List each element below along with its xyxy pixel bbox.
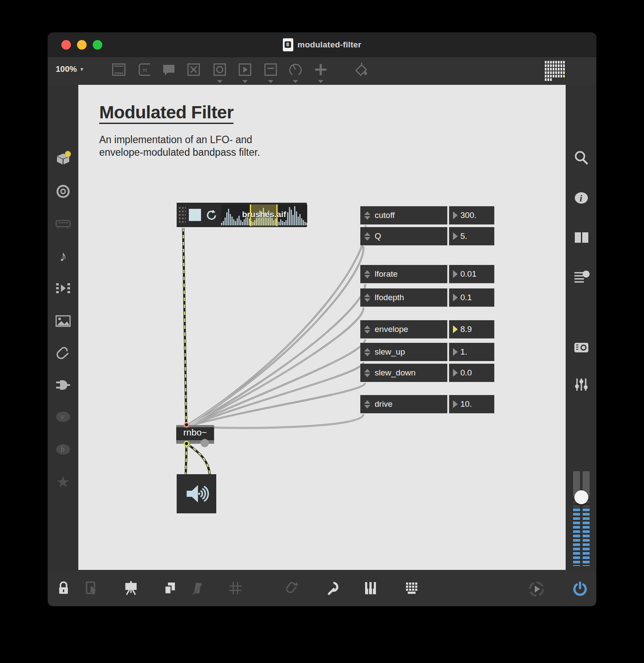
attrui-row[interactable]: slew_down 0.0 xyxy=(360,364,494,382)
chevron-down-icon[interactable] xyxy=(217,80,222,83)
keyboard-icon[interactable] xyxy=(404,580,419,596)
presentation-mode-icon[interactable] xyxy=(123,580,139,596)
attrui-value-box[interactable]: 1. xyxy=(449,343,494,361)
rings-icon[interactable] xyxy=(54,183,72,200)
message-box-icon[interactable]: m xyxy=(137,62,153,77)
add-object-icon[interactable] xyxy=(313,62,329,77)
stepper-arrows-icon[interactable] xyxy=(364,369,370,377)
hardware-icon[interactable] xyxy=(54,215,72,233)
attrui-row[interactable]: drive 10. xyxy=(360,395,494,413)
bottom-toolbar xyxy=(48,570,596,606)
rnbo-object[interactable]: rnbo~ xyxy=(176,425,214,444)
patcher-canvas[interactable]: Modulated Filter An implementation of an… xyxy=(78,85,566,570)
playbar-icon[interactable] xyxy=(237,62,253,77)
image-icon[interactable] xyxy=(54,312,72,330)
music-note-icon[interactable]: ♪ xyxy=(54,247,72,265)
attach-plus-icon[interactable] xyxy=(284,580,300,596)
attrui-label-box[interactable]: slew_up xyxy=(360,343,447,361)
dial-icon[interactable] xyxy=(288,62,303,77)
snapshot-camera-icon[interactable] xyxy=(573,339,590,356)
rnbo-outlet-port[interactable] xyxy=(184,441,189,446)
attrui-label-box[interactable]: drive xyxy=(360,395,447,413)
stepper-arrows-icon[interactable] xyxy=(364,325,370,334)
attrui-value-box[interactable]: 0.01 xyxy=(449,265,494,283)
object-box-icon[interactable] xyxy=(111,62,127,77)
stepper-arrows-icon[interactable] xyxy=(364,348,370,356)
waveform-display[interactable]: brushes.aif xyxy=(221,204,307,226)
gain-knob[interactable] xyxy=(574,490,588,504)
audition-icon[interactable] xyxy=(528,580,543,596)
package-icon[interactable] xyxy=(54,150,72,167)
console-icon[interactable] xyxy=(573,268,590,286)
attrui-row[interactable]: slew_up 1. xyxy=(360,343,494,361)
attrui-label-box[interactable]: Q xyxy=(360,227,447,245)
wrench-icon[interactable] xyxy=(325,580,341,596)
beap-icon[interactable]: b xyxy=(54,441,72,458)
loop-icon[interactable] xyxy=(204,208,217,221)
stepper-arrows-icon[interactable] xyxy=(364,400,370,409)
attachment-icon[interactable] xyxy=(54,345,72,362)
favorites-star-icon[interactable]: ★ xyxy=(54,473,72,491)
number-box-icon[interactable] xyxy=(263,62,278,77)
toggle-icon[interactable] xyxy=(186,62,201,77)
comment-icon[interactable] xyxy=(161,62,177,77)
stepper-arrows-icon[interactable] xyxy=(364,232,370,241)
object-palette-grid-icon[interactable] xyxy=(545,61,567,80)
stepper-arrows-icon[interactable] xyxy=(364,294,370,302)
drag-handle[interactable] xyxy=(179,207,186,224)
attrui-label-box[interactable]: envelope xyxy=(360,320,447,338)
attrui-value-box[interactable]: 5. xyxy=(449,227,494,245)
inspector-panels-icon[interactable] xyxy=(573,229,590,246)
paint-bucket-icon[interactable] xyxy=(353,62,369,77)
clip-play-button[interactable] xyxy=(189,209,201,221)
gain-slider[interactable] xyxy=(573,471,590,566)
piano-keys-icon[interactable] xyxy=(362,580,378,596)
window-title: modulated-filter xyxy=(298,40,362,50)
attrui-value-box[interactable]: 300. xyxy=(449,206,494,224)
ezdac-speaker-object[interactable] xyxy=(177,474,216,513)
attrui-label-box[interactable]: lfodepth xyxy=(360,288,447,307)
audio-power-icon[interactable] xyxy=(571,580,587,596)
chevron-down-icon[interactable] xyxy=(242,80,248,83)
stepper-arrows-icon[interactable] xyxy=(364,211,370,220)
attrui-row[interactable]: lforate 0.01 xyxy=(360,265,494,283)
playlist-object[interactable]: brushes.aif xyxy=(177,203,307,227)
left-sidebar: ♪ v b ★ xyxy=(48,85,78,570)
lock-icon[interactable] xyxy=(56,580,71,596)
grid-icon[interactable] xyxy=(228,580,243,596)
param-value: 5. xyxy=(460,231,467,241)
attrui-value-box[interactable]: 10. xyxy=(449,395,494,413)
attrui-value-box[interactable]: 8.9 xyxy=(449,320,494,338)
attrui-label-box[interactable]: cutoff xyxy=(360,206,447,224)
zoom-level-value: 100% xyxy=(56,64,77,74)
rnbo-inlet-port[interactable] xyxy=(184,422,189,428)
button-icon[interactable] xyxy=(212,62,228,77)
attrui-value-box[interactable]: 0.1 xyxy=(449,288,494,307)
vimeo-icon[interactable]: v xyxy=(54,408,72,425)
attrui-row[interactable]: envelope 8.9 xyxy=(360,320,494,338)
stepper-arrows-icon[interactable] xyxy=(364,270,370,278)
chevron-down-icon[interactable] xyxy=(293,80,298,83)
attrui-row[interactable]: Q 5. xyxy=(360,227,494,245)
chevron-down-icon[interactable] xyxy=(318,80,323,83)
pointer-mode-icon[interactable] xyxy=(84,580,100,596)
video-icon[interactable] xyxy=(54,280,72,297)
rnbo-right-outlet-port[interactable] xyxy=(201,439,209,447)
attrui-row[interactable]: lfodepth 0.1 xyxy=(360,288,494,307)
param-value: 10. xyxy=(460,399,472,409)
attrui-label-box[interactable]: lforate xyxy=(360,265,447,283)
attrui-row[interactable]: cutoff 300. xyxy=(360,206,494,224)
plug-icon[interactable] xyxy=(54,376,72,394)
info-icon[interactable]: i xyxy=(573,189,590,207)
level-meter-right xyxy=(583,509,590,566)
snap-icon[interactable] xyxy=(191,580,206,596)
attrui-value-box[interactable]: 0.0 xyxy=(449,364,494,382)
patcher-windows-icon[interactable] xyxy=(162,580,178,596)
attrui-label-box[interactable]: slew_down xyxy=(360,364,447,382)
zoom-level-control[interactable]: 100%▼ xyxy=(56,64,84,74)
level-meter-left xyxy=(573,509,580,566)
mixer-sliders-icon[interactable] xyxy=(573,376,590,393)
value-triangle-icon xyxy=(453,270,458,278)
chevron-down-icon[interactable] xyxy=(268,80,273,83)
search-icon[interactable] xyxy=(573,149,590,167)
